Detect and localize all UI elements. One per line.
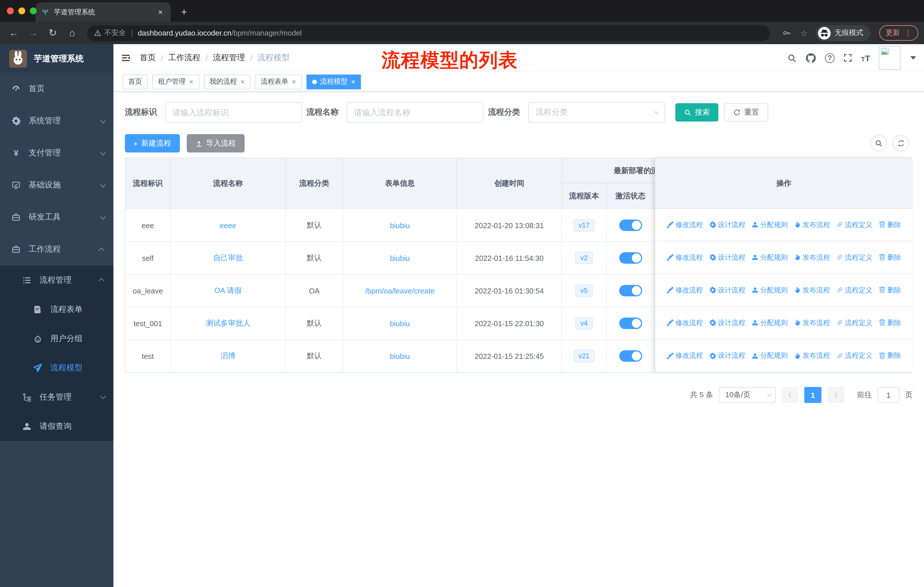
security-status[interactable]: 不安全 xyxy=(94,28,126,38)
tag-tenant[interactable]: 租户管理× xyxy=(152,74,199,89)
sidebar-item-payment[interactable]: ¥ 支付管理 xyxy=(0,137,114,169)
search-icon[interactable] xyxy=(787,53,797,63)
design-process-link[interactable]: 设计流程 xyxy=(709,351,745,360)
close-icon[interactable]: × xyxy=(189,78,193,86)
process-name-link[interactable]: 测试多审批人 xyxy=(206,318,250,329)
status-toggle[interactable] xyxy=(619,317,642,329)
close-icon[interactable]: × xyxy=(351,78,355,86)
delete-link[interactable]: 删除 xyxy=(879,351,901,360)
process-name-link[interactable]: OA 请假 xyxy=(214,286,241,296)
breadcrumb-home[interactable]: 首页 xyxy=(140,53,156,63)
form-info-link[interactable]: /bpm/oa/leave/create xyxy=(365,286,435,295)
refresh-table-button[interactable] xyxy=(893,135,909,151)
process-name-link[interactable]: eeee xyxy=(220,221,236,230)
form-info-link[interactable]: biubiu xyxy=(390,221,409,230)
tag-home[interactable]: 首页 xyxy=(122,74,148,89)
delete-link[interactable]: 删除 xyxy=(879,318,901,327)
home-button[interactable]: ⌂ xyxy=(64,27,80,39)
process-category-select[interactable]: 流程分类 xyxy=(528,102,665,123)
font-size-icon[interactable]: TT xyxy=(861,53,870,63)
close-icon[interactable]: × xyxy=(292,78,296,86)
sidebar-item-infrastructure[interactable]: 基础设施 xyxy=(0,169,114,201)
delete-link[interactable]: 删除 xyxy=(879,253,901,262)
assign-rule-link[interactable]: 分配规则 xyxy=(752,220,788,230)
tag-my-process[interactable]: 我的流程× xyxy=(204,74,250,89)
sidebar-item-user-group[interactable]: 用户分组 xyxy=(0,324,114,353)
search-button[interactable]: 搜索 xyxy=(675,103,718,122)
forward-button[interactable]: → xyxy=(25,27,41,39)
process-definition-link[interactable]: 流程定义 xyxy=(837,253,873,262)
toggle-search-button[interactable] xyxy=(870,135,887,151)
address-bar[interactable]: 不安全 dashboard.yudao.iocoder.cn/bpm/manag… xyxy=(87,25,770,41)
assign-rule-link[interactable]: 分配规则 xyxy=(752,351,788,360)
reload-button[interactable]: ↻ xyxy=(45,27,61,39)
page-number-button[interactable]: 1 xyxy=(804,387,822,403)
back-button[interactable]: ← xyxy=(6,27,22,39)
import-process-button[interactable]: 导入流程 xyxy=(186,134,244,152)
sidebar-item-devtools[interactable]: 研发工具 xyxy=(0,201,114,233)
form-info-link[interactable]: biubiu xyxy=(390,352,409,360)
password-key-icon[interactable] xyxy=(783,29,791,37)
github-icon[interactable] xyxy=(805,53,816,63)
sidebar-item-workflow[interactable]: 工作流程 xyxy=(0,233,114,265)
publish-process-link[interactable]: 发布流程 xyxy=(794,220,830,230)
browser-tab[interactable]: 芋道管理系统 × xyxy=(36,2,171,22)
prev-page-button[interactable] xyxy=(781,387,799,403)
sidebar-item-task-management[interactable]: 任务管理 xyxy=(0,382,114,412)
create-process-button[interactable]: +新建流程 xyxy=(125,134,180,152)
design-process-link[interactable]: 设计流程 xyxy=(709,285,745,295)
process-definition-link[interactable]: 流程定义 xyxy=(837,351,873,360)
publish-process-link[interactable]: 发布流程 xyxy=(794,318,830,327)
process-key-input[interactable] xyxy=(165,102,302,123)
status-toggle[interactable] xyxy=(619,252,642,264)
sidebar-item-process-form[interactable]: 流程表单 xyxy=(0,294,114,324)
publish-process-link[interactable]: 发布流程 xyxy=(794,351,830,360)
delete-link[interactable]: 删除 xyxy=(879,220,901,230)
design-process-link[interactable]: 设计流程 xyxy=(709,318,745,327)
tag-process-form[interactable]: 流程表单× xyxy=(255,74,302,89)
status-toggle[interactable] xyxy=(619,350,642,362)
sidebar-item-leave-query[interactable]: 请假查询 xyxy=(0,412,114,441)
assign-rule-link[interactable]: 分配规则 xyxy=(752,285,788,295)
goto-page-input[interactable] xyxy=(878,387,899,403)
browser-menu-icon[interactable]: ⋮ xyxy=(904,29,912,37)
fullscreen-icon[interactable] xyxy=(843,53,852,63)
publish-process-link[interactable]: 发布流程 xyxy=(794,253,830,262)
bookmark-star-icon[interactable]: ☆ xyxy=(800,28,808,38)
design-process-link[interactable]: 设计流程 xyxy=(709,220,745,230)
minimize-window-button[interactable] xyxy=(18,7,25,14)
delete-link[interactable]: 删除 xyxy=(879,285,901,295)
sidebar-item-system[interactable]: 系统管理 xyxy=(0,105,114,137)
publish-process-link[interactable]: 发布流程 xyxy=(794,285,830,295)
avatar-dropdown-caret[interactable] xyxy=(910,56,916,60)
user-avatar[interactable] xyxy=(879,46,901,70)
process-definition-link[interactable]: 流程定义 xyxy=(837,318,873,327)
page-size-select[interactable]: 10条/页 xyxy=(719,387,776,403)
tag-process-model[interactable]: 流程模型× xyxy=(307,74,361,89)
reset-button[interactable]: 重置 xyxy=(724,103,768,122)
collapse-sidebar-icon[interactable] xyxy=(121,53,130,63)
modify-process-link[interactable]: 修改流程 xyxy=(667,220,703,230)
process-name-input[interactable] xyxy=(346,102,483,123)
maximize-window-button[interactable] xyxy=(30,7,37,14)
modify-process-link[interactable]: 修改流程 xyxy=(667,351,703,360)
sidebar-item-process-model[interactable]: 流程模型 xyxy=(0,353,114,382)
assign-rule-link[interactable]: 分配规则 xyxy=(752,318,788,327)
process-definition-link[interactable]: 流程定义 xyxy=(837,285,873,295)
modify-process-link[interactable]: 修改流程 xyxy=(667,253,703,262)
browser-update-button[interactable]: 更新 ⋮ xyxy=(879,25,918,41)
form-info-link[interactable]: biubiu xyxy=(390,319,409,327)
form-info-link[interactable]: biubiu xyxy=(390,254,409,262)
process-name-link[interactable]: 自己审批 xyxy=(213,253,243,263)
assign-rule-link[interactable]: 分配规则 xyxy=(752,253,788,262)
status-toggle[interactable] xyxy=(619,285,642,296)
new-tab-button[interactable]: + xyxy=(177,6,191,22)
close-icon[interactable]: × xyxy=(240,78,244,86)
sidebar-item-home[interactable]: 首页 xyxy=(0,73,114,105)
design-process-link[interactable]: 设计流程 xyxy=(709,253,745,262)
modify-process-link[interactable]: 修改流程 xyxy=(667,285,703,295)
modify-process-link[interactable]: 修改流程 xyxy=(667,318,703,327)
close-window-button[interactable] xyxy=(7,7,14,14)
process-definition-link[interactable]: 流程定义 xyxy=(837,220,873,230)
close-tab-icon[interactable]: × xyxy=(156,7,165,17)
